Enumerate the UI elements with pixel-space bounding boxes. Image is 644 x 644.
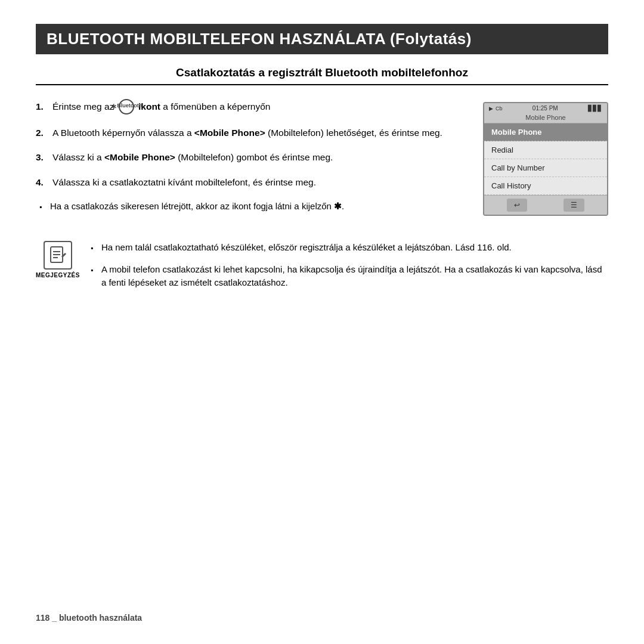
step-3-bold: <Mobile Phone> (104, 152, 175, 162)
page: BLUETOOTH MOBILTELEFON HASZNÁLATA (Folyt… (0, 0, 644, 644)
step-2: 2. A Bluetooth képernyőn válassza a <Mob… (36, 126, 471, 140)
menu-item-call-by-number[interactable]: Call by Number (484, 159, 607, 177)
step-2-num: 2. (36, 126, 50, 140)
bullet-marker: ▪ (39, 202, 48, 213)
screen-footer: ↩ ☰ (484, 195, 607, 215)
sub-title: Csatlakoztatás a regisztrált Bluetooth m… (36, 66, 608, 85)
screen-header-label: Mobile Phone (484, 113, 607, 123)
page-footer: 118 _ bluetooth használata (36, 613, 142, 623)
note-icon (44, 241, 72, 270)
step-4: 4. Válassza ki a csatlakoztatni kívánt m… (36, 175, 471, 189)
note-bullet-2: ▪ A mobil telefon csatlakozást ki lehet … (91, 263, 608, 290)
note-label: MEGJEGYZÉS (36, 272, 80, 278)
step-1-num: 1. (36, 100, 50, 113)
bt-symbol: ✱ (334, 201, 342, 211)
main-title: BLUETOOTH MOBILTELEFON HASZNÁLATA (Folyt… (36, 24, 608, 54)
menu-item-mobile-phone[interactable]: Mobile Phone (484, 123, 607, 141)
steps-list: 1. Érintse meg az ∗ Bluetooth ikont a fő… (36, 100, 471, 189)
note-bullet-1-text: Ha nem talál csatlakoztatható készüléket… (101, 241, 512, 255)
content-area: 1. Érintse meg az ∗ Bluetooth ikont a fő… (36, 100, 608, 216)
note-bullet-2-text: A mobil telefon csatlakozást ki lehet ka… (101, 263, 608, 290)
menu-item-call-history[interactable]: Call History (484, 177, 607, 195)
menu-button[interactable]: ☰ (564, 199, 584, 212)
step-3-content: Válassz ki a <Mobile Phone> (Mobiltelefo… (52, 150, 471, 164)
note-icon-area: MEGJEGYZÉS (36, 241, 80, 278)
menu-item-redial[interactable]: Redial (484, 141, 607, 159)
step-3: 3. Válassz ki a <Mobile Phone> (Mobiltel… (36, 150, 471, 164)
step-2-bold: <Mobile Phone> (194, 128, 265, 138)
note-bullet-1-marker: ▪ (91, 243, 99, 255)
note-svg-icon (48, 246, 67, 265)
status-time: 01:25 PM (532, 105, 558, 112)
step-3-num: 3. (36, 150, 50, 164)
screen-menu: Mobile Phone Redial Call by Number Call … (484, 123, 607, 195)
screen-statusbar: ▶ Cb 01:25 PM ▊▊▊ (484, 103, 607, 113)
step-1: 1. Érintse meg az ∗ Bluetooth ikont a fő… (36, 100, 471, 115)
bluetooth-label: Bluetooth (117, 102, 142, 110)
note-bullets: ▪ Ha nem talál csatlakoztatható készülék… (91, 241, 608, 298)
note-bullet-2-marker: ▪ (91, 265, 99, 290)
screen-mockup: ▶ Cb 01:25 PM ▊▊▊ Mobile Phone Mobile Ph… (483, 102, 608, 216)
status-battery: ▊▊▊ (588, 105, 602, 112)
step-4-content: Válassza ki a csatlakoztatni kívánt mobi… (52, 175, 471, 189)
status-play-icon: ▶ (489, 106, 493, 112)
sub-bullet: ▪ Ha a csatlakozás sikeresen létrejött, … (39, 200, 471, 213)
text-column: 1. Érintse meg az ∗ Bluetooth ikont a fő… (36, 100, 471, 213)
step-2-content: A Bluetooth képernyőn válassza a <Mobile… (52, 126, 471, 140)
step-4-num: 4. (36, 175, 50, 189)
bluetooth-icon: ∗ Bluetooth (119, 99, 134, 114)
step-1-content: Érintse meg az ∗ Bluetooth ikont a főmen… (52, 100, 471, 115)
status-left: ▶ Cb (489, 106, 503, 112)
note-section: MEGJEGYZÉS ▪ Ha nem talál csatlakoztatha… (36, 235, 608, 298)
sub-bullet-text: Ha a csatlakozás sikeresen létrejött, ak… (50, 200, 344, 213)
back-button[interactable]: ↩ (507, 199, 527, 212)
status-bt-icon: Cb (496, 106, 503, 112)
note-bullet-1: ▪ Ha nem talál csatlakoztatható készülék… (91, 241, 608, 255)
